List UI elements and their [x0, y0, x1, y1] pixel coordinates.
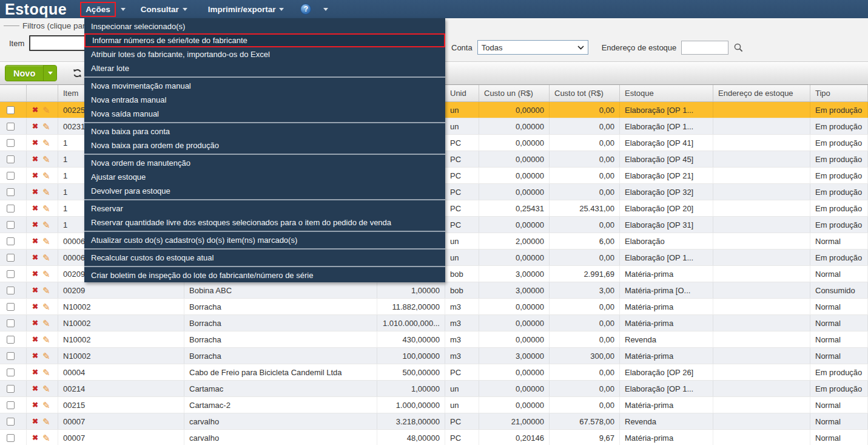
row-checkbox[interactable] — [7, 254, 15, 262]
header-custo-tot[interactable]: Custo tot (R$) — [550, 85, 620, 101]
table-row[interactable]: ✖✎00007carvalho48,00000PC0,201469,67Maté… — [0, 430, 868, 445]
delete-icon[interactable]: ✖ — [32, 434, 38, 441]
row-checkbox[interactable] — [7, 319, 15, 327]
row-checkbox[interactable] — [7, 237, 15, 245]
menu-item[interactable]: Nova baixa para ordem de produção — [84, 138, 445, 152]
edit-icon[interactable]: ✎ — [42, 335, 50, 344]
delete-icon[interactable]: ✖ — [32, 221, 38, 228]
delete-icon[interactable]: ✖ — [32, 106, 38, 114]
row-checkbox[interactable] — [7, 336, 15, 344]
row-checkbox[interactable] — [7, 369, 15, 376]
delete-icon[interactable]: ✖ — [32, 188, 38, 195]
menu-item[interactable]: Nova saída manual — [84, 107, 445, 121]
table-row[interactable]: ✖✎00004Cabo de Freio para Bicicleta Cand… — [0, 364, 868, 381]
menu-item[interactable]: Ajustar estoque — [84, 170, 445, 184]
table-row[interactable]: ✖✎00007carvalho3.218,00000PC21,0000067.5… — [0, 413, 868, 430]
delete-icon[interactable]: ✖ — [32, 287, 38, 294]
table-row[interactable]: ✖✎N10002Borracha11.882,00000m30,000000,0… — [0, 299, 868, 315]
menu-imprimir-exportar[interactable]: Imprimir/exportar — [203, 2, 290, 17]
new-button-dropdown[interactable] — [43, 66, 56, 81]
table-row[interactable]: ✖✎00215Cartamac-21.000,00000un0,000000,0… — [0, 397, 868, 413]
delete-icon[interactable]: ✖ — [32, 270, 38, 277]
edit-icon[interactable]: ✎ — [42, 122, 50, 131]
delete-icon[interactable]: ✖ — [32, 352, 38, 359]
edit-icon[interactable]: ✎ — [42, 384, 50, 393]
row-checkbox[interactable] — [7, 188, 15, 196]
edit-icon[interactable]: ✎ — [42, 433, 50, 443]
header-estoque[interactable]: Estoque — [620, 85, 713, 101]
row-checkbox[interactable] — [7, 434, 15, 442]
edit-icon[interactable]: ✎ — [42, 417, 50, 426]
menu-item[interactable]: Nova baixa para conta — [84, 124, 445, 138]
row-checkbox[interactable] — [7, 385, 15, 393]
endereco-filter-input[interactable] — [681, 41, 728, 55]
header-select-all[interactable] — [0, 85, 27, 101]
menu-item[interactable]: Nova movimentação manual — [84, 79, 445, 93]
conta-select[interactable]: Todas — [477, 40, 588, 55]
table-row[interactable]: ✖✎00214Cartamac1,00000un0,000000,00Elabo… — [0, 381, 868, 397]
refresh-icon[interactable] — [72, 68, 82, 78]
row-checkbox[interactable] — [7, 155, 15, 163]
edit-icon[interactable]: ✎ — [42, 253, 50, 262]
menu-item[interactable]: Nova ordem de manutenção — [84, 156, 445, 170]
edit-icon[interactable]: ✎ — [42, 220, 50, 229]
menu-item[interactable]: Recalcular custos do estoque atual — [84, 251, 445, 265]
menu-item[interactable]: Reservar — [84, 202, 445, 216]
row-checkbox[interactable] — [7, 221, 15, 229]
menu-item[interactable]: Alterar lote — [84, 61, 445, 75]
chevron-down-icon[interactable] — [323, 8, 328, 11]
menu-item[interactable]: Inspecionar selecionado(s) — [84, 19, 445, 33]
delete-icon[interactable]: ✖ — [32, 336, 38, 343]
delete-icon[interactable]: ✖ — [32, 155, 38, 163]
edit-icon[interactable]: ✎ — [42, 171, 50, 180]
delete-icon[interactable]: ✖ — [32, 319, 38, 327]
delete-icon[interactable]: ✖ — [32, 172, 38, 179]
edit-icon[interactable]: ✎ — [42, 401, 50, 410]
table-row[interactable]: ✖✎N10002Borracha430,00000m30,000000,00Re… — [0, 331, 868, 348]
edit-icon[interactable]: ✎ — [42, 319, 50, 328]
table-row[interactable]: ✖✎N10002Borracha100,00000m33,00000300,00… — [0, 348, 868, 364]
edit-icon[interactable]: ✎ — [42, 188, 50, 197]
menu-acoes[interactable]: Ações — [80, 2, 116, 17]
row-checkbox[interactable] — [7, 401, 15, 409]
edit-icon[interactable]: ✎ — [42, 286, 50, 295]
row-checkbox[interactable] — [7, 303, 15, 311]
edit-icon[interactable]: ✎ — [42, 204, 50, 213]
edit-icon[interactable]: ✎ — [42, 270, 50, 279]
menu-item[interactable]: Reservar quantidade livre dos estoques s… — [84, 216, 445, 229]
table-row[interactable]: ✖✎00209Bobina ABC1,00000bob3,000003,00Ma… — [0, 282, 868, 299]
edit-icon[interactable]: ✎ — [42, 155, 50, 164]
delete-icon[interactable]: ✖ — [32, 139, 38, 146]
row-checkbox[interactable] — [7, 287, 15, 294]
search-icon[interactable] — [733, 42, 744, 53]
header-endereco[interactable]: Endereço de estoque — [713, 85, 810, 101]
row-checkbox[interactable] — [7, 352, 15, 360]
row-checkbox[interactable] — [7, 106, 15, 114]
delete-icon[interactable]: ✖ — [32, 303, 38, 310]
menu-item[interactable]: Criar boletim de inspeção do lote do fab… — [84, 268, 445, 282]
row-checkbox[interactable] — [7, 418, 15, 426]
delete-icon[interactable]: ✖ — [32, 385, 38, 392]
delete-icon[interactable]: ✖ — [32, 401, 38, 409]
menu-item[interactable]: Devolver para estoque — [84, 184, 445, 198]
header-tipo[interactable]: Tipo — [810, 85, 868, 101]
row-checkbox[interactable] — [7, 123, 15, 131]
row-checkbox[interactable] — [7, 205, 15, 212]
delete-icon[interactable]: ✖ — [32, 237, 38, 245]
row-checkbox[interactable] — [7, 270, 15, 278]
delete-icon[interactable]: ✖ — [32, 205, 38, 212]
row-checkbox[interactable] — [7, 139, 15, 147]
edit-icon[interactable]: ✎ — [42, 302, 50, 311]
menu-item[interactable]: Nova entrada manual — [84, 93, 445, 107]
delete-icon[interactable]: ✖ — [32, 123, 38, 130]
chevron-down-icon[interactable] — [121, 8, 126, 11]
menu-item[interactable]: Atribuir lotes do fabricante, importando… — [84, 47, 445, 61]
menu-item-highlighted[interactable]: Informar números de série/lote do fabric… — [84, 33, 445, 47]
delete-icon[interactable]: ✖ — [32, 418, 38, 425]
edit-icon[interactable]: ✎ — [42, 352, 50, 361]
delete-icon[interactable]: ✖ — [32, 369, 38, 376]
table-row[interactable]: ✖✎N10002Borracha1.010.000,000...m30,0000… — [0, 315, 868, 331]
menu-item[interactable]: Atualizar custo do(s) cadastro(s) do(s) … — [84, 233, 445, 247]
new-button[interactable]: Novo — [5, 65, 57, 81]
row-checkbox[interactable] — [7, 172, 15, 180]
